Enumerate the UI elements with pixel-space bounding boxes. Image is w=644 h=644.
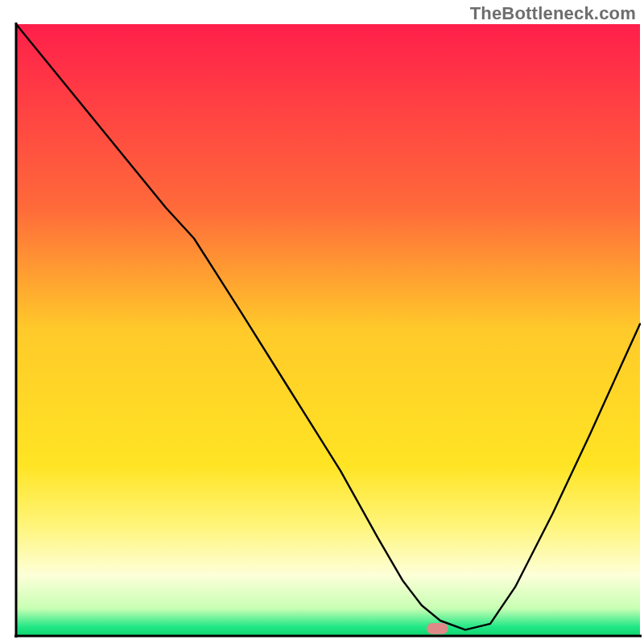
gradient-background — [16, 24, 640, 636]
bottleneck-chart — [0, 0, 644, 644]
optimal-marker — [427, 623, 448, 634]
chart-container: TheBottleneck.com — [0, 0, 644, 644]
